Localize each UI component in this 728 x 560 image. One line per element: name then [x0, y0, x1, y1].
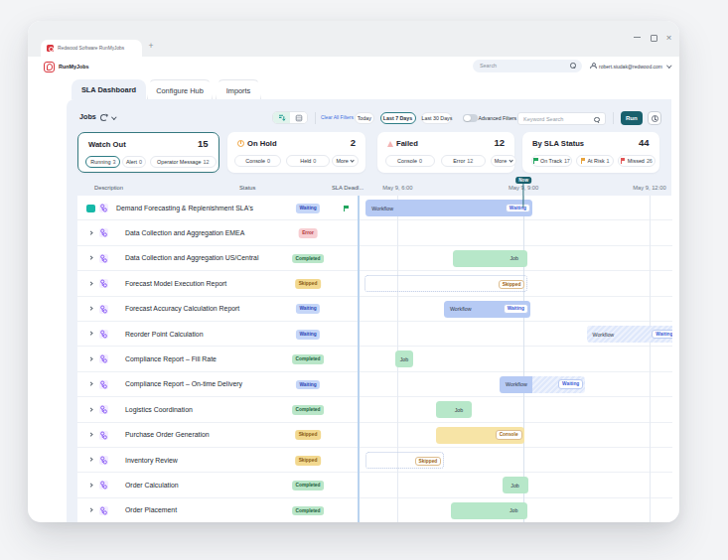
expand-chevron-icon[interactable] — [89, 281, 93, 285]
expand-chevron-icon[interactable] — [89, 407, 93, 411]
table-row[interactable]: Compliance Report – Fill RateCompletedJo… — [77, 347, 672, 371]
gantt-bar-job[interactable]: Job — [451, 502, 526, 519]
col-sla-deadline[interactable]: SLA Deadl... — [332, 185, 364, 191]
table-row[interactable]: Order PlacementCompletedJob — [77, 498, 672, 522]
col-status[interactable]: Status — [239, 185, 255, 191]
gantt-bar-console[interactable]: Console — [436, 427, 523, 444]
minimize-button[interactable] — [633, 33, 642, 42]
table-row[interactable]: Order CalculationCompletedJob — [77, 473, 672, 497]
job-description: Compliance Report – Fill Rate — [125, 355, 217, 362]
maximize-button[interactable] — [649, 33, 657, 42]
bar-label: Workflow — [593, 332, 615, 338]
filter-pill-operator-message[interactable]: Operator Message12 — [150, 156, 217, 169]
pill-label: Operator Message — [157, 159, 202, 165]
expand-chevron-icon[interactable] — [89, 382, 93, 386]
gantt-bar-job[interactable]: Job — [395, 350, 412, 367]
card-by-sla-status[interactable]: By SLA Status44On Track17At Risk1Missed2… — [522, 132, 659, 173]
filter-pill-held[interactable]: Held0 — [286, 155, 330, 168]
new-tab-button[interactable]: + — [146, 41, 156, 51]
user-menu[interactable]: robert.siudak@redwood.com — [590, 60, 671, 72]
expand-chevron-icon[interactable] — [89, 508, 93, 512]
filter-pill-on-track[interactable]: On Track17 — [531, 155, 573, 168]
workflow-icon-wrap — [98, 480, 109, 490]
expand-chevron-icon[interactable] — [89, 230, 93, 234]
global-search-input[interactable] — [480, 61, 561, 71]
table-row[interactable]: Data Collection and Aggregation US/Centr… — [77, 246, 672, 271]
filter-pill-more[interactable]: More — [491, 155, 516, 168]
tab-sla-dashboard[interactable]: SLA Dashboard — [72, 79, 146, 100]
expand-chevron-icon[interactable] — [89, 458, 93, 462]
table-row[interactable]: Inventory ReviewSkippedSkipped — [77, 448, 672, 473]
table-row[interactable]: Forecast Model Execution ReportSkippedSk… — [77, 271, 672, 296]
expand-chevron-icon[interactable] — [89, 483, 93, 487]
expand-chevron-icon[interactable] — [89, 307, 93, 311]
history-button[interactable] — [648, 111, 661, 125]
col-description[interactable]: Description — [94, 185, 123, 191]
run-button[interactable]: Run — [621, 111, 643, 125]
pill-value: 1 — [607, 158, 610, 164]
advanced-filters-toggle[interactable] — [463, 114, 478, 123]
gantt-bar-skipped[interactable]: Skipped — [364, 275, 527, 292]
gantt-bar-job[interactable]: Job — [503, 477, 527, 493]
keyword-search[interactable] — [517, 112, 606, 125]
today-button[interactable]: Today — [355, 112, 374, 124]
keyword-search-input[interactable] — [523, 114, 589, 125]
gantt-bar-workflow[interactable]: WorkflowWaiting — [444, 301, 530, 318]
table-row[interactable]: Logistics CoordinationCompletedJob — [77, 397, 672, 422]
global-search[interactable] — [473, 60, 582, 72]
bar-label: Workflow — [371, 206, 393, 211]
filter-pill-console[interactable]: Console0 — [385, 155, 435, 168]
card-failed[interactable]: Failed12Console0Error12More — [377, 132, 514, 173]
table-row[interactable]: Compliance Report – On-time DeliveryWait… — [77, 372, 672, 397]
card-watch-out[interactable]: Watch Out15Running3Alert0Operator Messag… — [77, 132, 219, 173]
bar-status-tag: Waiting — [558, 379, 583, 389]
workflow-icon-wrap — [98, 404, 109, 415]
table-row[interactable]: Purchase Order GenerationSkippedConsole — [77, 423, 672, 448]
tab-configure-hub[interactable]: Configure Hub — [147, 79, 213, 100]
job-description: Order Calculation — [125, 482, 179, 489]
gantt-bar-job[interactable]: Job — [453, 250, 527, 267]
table-view-button[interactable] — [290, 112, 307, 123]
clear-all-filters-link[interactable]: Clear All Filters — [321, 115, 354, 120]
expand-chevron-icon[interactable] — [89, 433, 93, 437]
job-description: Data Collection and Aggregation EMEA — [125, 229, 244, 236]
filter-pill-missed[interactable]: Missed26 — [618, 155, 655, 168]
gantt-bar-skipped[interactable]: Skipped — [365, 452, 444, 469]
workflow-icon-wrap — [98, 430, 109, 441]
last-7-days-button[interactable]: Last 7 Days — [380, 112, 416, 124]
refresh-icon[interactable] — [100, 114, 107, 121]
filter-pill-running[interactable]: Running3 — [85, 156, 120, 169]
filter-pill-console[interactable]: Console0 — [234, 155, 281, 168]
gantt-bar-workflow[interactable]: WorkflowWaiting — [587, 326, 672, 343]
tab-label: Imports — [217, 86, 260, 95]
job-description: Compliance Report – On-time Delivery — [125, 380, 242, 387]
browser-tab[interactable]: Redwood Software RunMyJobs — [41, 40, 142, 57]
tab-label: Configure Hub — [148, 86, 212, 95]
jobs-chevron-icon[interactable] — [111, 115, 116, 120]
filter-pill-error[interactable]: Error12 — [441, 155, 486, 168]
status-badge-completed: Completed — [292, 254, 324, 264]
gantt-bar-job[interactable]: Job — [436, 401, 472, 418]
filter-pill-more[interactable]: More — [332, 155, 359, 168]
selected-row-marker[interactable] — [86, 205, 95, 213]
gantt-bar-workflow[interactable]: WorkflowWaiting — [500, 376, 585, 393]
filter-pill-at-risk[interactable]: At Risk1 — [576, 155, 614, 168]
tab-imports[interactable]: Imports — [216, 79, 261, 100]
workflow-icon — [98, 505, 109, 516]
table-row[interactable]: Data Collection and Aggregation EMEAErro… — [77, 220, 672, 245]
workflow-icon-wrap — [98, 253, 109, 264]
gantt-view-button[interactable] — [273, 112, 290, 123]
expand-chevron-icon[interactable] — [89, 356, 93, 360]
filter-pill-alert[interactable]: Alert0 — [122, 156, 147, 169]
expand-chevron-icon[interactable] — [89, 256, 93, 260]
table-row[interactable]: Forecast Accuracy Calculation ReportWait… — [77, 297, 672, 322]
table-row[interactable]: Demand Forecasting & Replenishment SLA's… — [77, 196, 672, 220]
redwood-favicon-icon — [47, 45, 54, 52]
close-button[interactable]: × — [664, 33, 673, 42]
expand-chevron-icon[interactable] — [89, 332, 93, 336]
gantt-bar-workflow[interactable]: WorkflowWaiting — [365, 200, 532, 216]
time-gridline — [523, 196, 524, 522]
table-row[interactable]: Reorder Point CalculationWaitingWorkflow… — [77, 322, 672, 347]
last-30-days-button[interactable]: Last 30 Days — [421, 112, 452, 124]
card-on-hold[interactable]: On Hold2Console0Held0More — [227, 132, 365, 173]
